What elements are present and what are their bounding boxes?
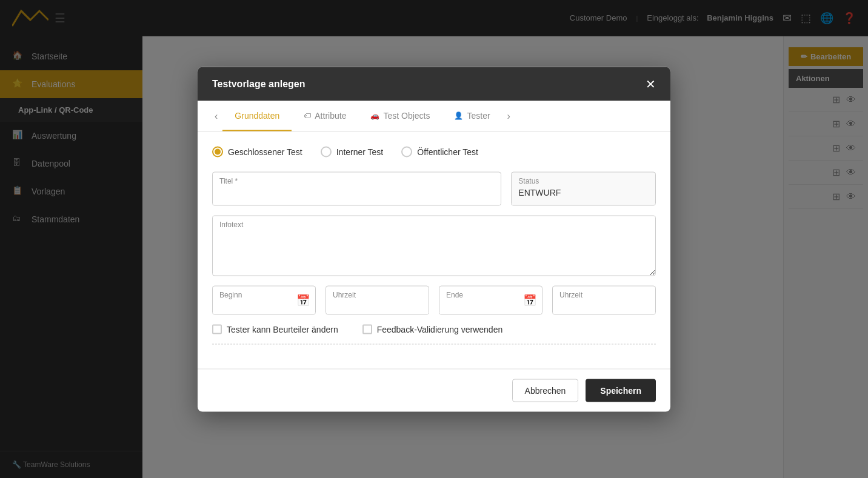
tab-next-arrow[interactable]: › [502,101,515,130]
titel-input[interactable] [212,171,501,205]
radio-circle-intern [321,146,332,157]
radio-intern[interactable]: Interner Test [321,146,384,157]
radio-intern-label: Interner Test [336,147,384,156]
tab-tester-label: Tester [467,110,490,120]
uhrzeit-ende-input[interactable] [552,285,656,314]
radio-geschlossen-label: Geschlossener Test [228,147,302,156]
tab-attribute[interactable]: 🏷 Attribute [292,101,358,131]
date-time-row: Beginn 📅 Uhrzeit Ende 📅 Uhrzeit [212,285,656,314]
status-group: Status ENTWURF [511,171,656,205]
beginn-group: Beginn 📅 [212,285,316,314]
tab-test-objects-label: Test Objects [383,110,430,120]
checkbox-group: Tester kann Beurteiler ändern Feedback-V… [212,324,656,334]
titel-status-row: Titel * Status ENTWURF [212,171,656,205]
uhrzeit-begin-input[interactable] [326,285,429,314]
modal-title: Testvorlage anlegen [212,78,305,89]
modal-close-button[interactable]: ✕ [646,76,656,91]
tester-tab-icon: 👤 [454,111,463,119]
ende-input[interactable] [439,285,542,314]
uhrzeit-ende-group: Uhrzeit [552,285,656,314]
checkbox-tester-beurteiler[interactable]: Tester kann Beurteiler ändern [212,324,338,334]
infotext-group: Infotext [212,215,656,276]
checkbox-tester-label: Tester kann Beurteiler ändern [227,324,338,334]
radio-oeffentlich-label: Öffentlicher Test [417,147,478,156]
beginn-input[interactable] [212,285,316,314]
dashed-divider [212,344,656,344]
create-test-modal: Testvorlage anlegen ✕ ‹ Grunddaten 🏷 Att… [198,67,670,411]
test-type-radio-group: Geschlossener Test Interner Test Öffentl… [212,146,656,157]
modal-footer: Abbrechen Speichern [198,368,670,411]
radio-geschlossen[interactable]: Geschlossener Test [212,146,302,157]
radio-circle-oeffentlich [401,146,412,157]
checkbox-box-tester [212,324,222,334]
attribute-tab-icon: 🏷 [304,111,311,119]
test-objects-tab-icon: 🚗 [370,111,379,119]
tab-grunddaten-label: Grunddaten [235,110,279,120]
tab-tester[interactable]: 👤 Tester [442,101,502,131]
modal-body: Geschlossener Test Interner Test Öffentl… [198,131,670,368]
tab-test-objects[interactable]: 🚗 Test Objects [358,101,442,131]
tab-prev-arrow[interactable]: ‹ [210,101,222,130]
radio-oeffentlich[interactable]: Öffentlicher Test [401,146,478,157]
checkbox-box-feedback [362,324,372,334]
save-button[interactable]: Speichern [586,379,656,402]
checkbox-feedback-validierung[interactable]: Feedback-Validierung verwenden [362,324,503,334]
modal-header: Testvorlage anlegen ✕ [198,67,670,101]
uhrzeit-begin-group: Uhrzeit [326,285,429,314]
tab-grunddaten[interactable]: Grunddaten [222,101,292,131]
tab-attribute-label: Attribute [315,110,346,120]
modal-tabs: ‹ Grunddaten 🏷 Attribute 🚗 Test Objects … [198,101,670,131]
status-value: ENTWURF [518,187,561,197]
ende-group: Ende 📅 [439,285,542,314]
cancel-button[interactable]: Abbrechen [512,379,579,402]
radio-circle-geschlossen [212,146,223,157]
checkbox-feedback-label: Feedback-Validierung verwenden [377,324,503,334]
titel-group: Titel * [212,171,501,205]
infotext-textarea[interactable] [212,215,656,276]
